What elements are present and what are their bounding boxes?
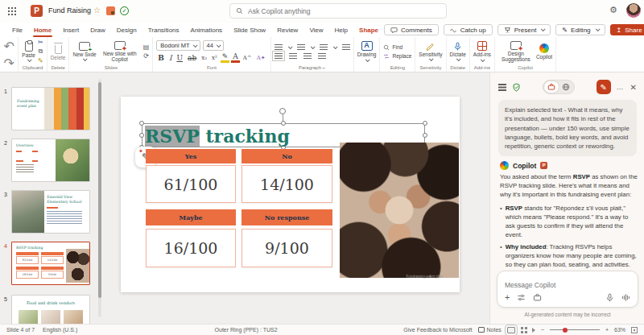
table-header-yes[interactable]: Yes (146, 149, 236, 163)
new-slide-dropdown-chevron-icon[interactable] (83, 57, 88, 62)
favorite-star-icon[interactable]: ☆ (93, 6, 101, 14)
slide-sorter-view-button[interactable] (521, 327, 523, 329)
close-panel-icon[interactable]: ✕ (630, 83, 637, 92)
feedback-link[interactable]: Give Feedback to Microsoft (403, 327, 472, 333)
options-sliders-icon[interactable] (517, 293, 526, 302)
addins-chevron-icon[interactable] (481, 57, 485, 62)
current-slide[interactable]: RSVP tracking ✦✎ Yes No 61/100 14/100 Ma… (121, 97, 460, 292)
user-avatar[interactable] (626, 3, 641, 18)
columns-button[interactable] (342, 44, 350, 50)
superscript-button[interactable]: x² (210, 55, 219, 61)
font-name-chevron-icon[interactable] (192, 43, 197, 48)
indent-button[interactable] (320, 44, 328, 50)
thumbnail-scrollbar-thumb[interactable] (98, 82, 101, 298)
align-left-button[interactable] (275, 53, 283, 59)
editing-mode-button[interactable]: ✎ Editing (555, 24, 605, 35)
replace-button[interactable]: Replace (383, 53, 411, 60)
bullets-chevron-icon[interactable] (288, 44, 293, 49)
line-spacing-chevron-icon[interactable] (333, 44, 338, 49)
align-center-button[interactable] (289, 53, 297, 59)
clear-formatting-button[interactable]: A✦ (255, 55, 267, 61)
format-painter-icon[interactable]: ✎ (38, 57, 43, 64)
present-button[interactable]: Present (497, 24, 551, 35)
sensitivity-label-icon[interactable] (106, 6, 115, 15)
sensitivity-chevron-icon[interactable] (429, 57, 434, 62)
slide-photo-children-huddle[interactable] (340, 143, 459, 278)
strikethrough-button[interactable]: ab (186, 54, 198, 62)
add-attachment-icon[interactable]: + (505, 293, 510, 302)
work-briefcase-icon[interactable] (533, 293, 542, 302)
align-right-button[interactable] (303, 53, 312, 59)
slideshow-view-button[interactable] (532, 328, 535, 333)
zoom-out-button[interactable]: − (541, 327, 544, 333)
more-options-icon[interactable]: … (617, 83, 625, 91)
slide-title[interactable]: RSVP tracking (145, 126, 290, 147)
rotate-handle[interactable] (279, 108, 286, 114)
font-size-combobox[interactable]: 44 (203, 40, 224, 51)
copy-icon[interactable]: ⧉ (38, 48, 43, 56)
share-button[interactable]: ↥ Share (610, 24, 644, 35)
menu-file[interactable]: File (6, 24, 28, 36)
menu-view[interactable]: View (303, 24, 328, 36)
sensitivity-button[interactable]: Sensitivity (419, 42, 442, 61)
new-slide-with-copilot-button[interactable]: New slide with Copilot (99, 41, 141, 62)
table-header-maybe[interactable]: Maybe (146, 209, 236, 225)
menu-design[interactable]: Design (111, 24, 142, 36)
undo-icon[interactable]: ↶ (3, 39, 14, 54)
table-value-yes[interactable]: 61/100 (146, 165, 236, 203)
selection-handle-mid-left[interactable] (139, 133, 144, 138)
menu-home[interactable]: Home (28, 24, 57, 36)
chat-history-icon[interactable] (498, 84, 506, 85)
powerpoint-logo-icon[interactable]: P (31, 5, 43, 17)
menu-draw[interactable]: Draw (85, 24, 111, 36)
numbering-button[interactable] (297, 44, 305, 50)
justify-button[interactable] (318, 53, 326, 59)
numbering-chevron-icon[interactable] (311, 44, 316, 49)
thumbnail-slide-1[interactable]: Fundraising event plan (11, 87, 90, 130)
redo-icon[interactable]: ↷ (3, 56, 14, 71)
design-suggestions-button[interactable]: Design Suggestions (498, 41, 534, 62)
app-launcher-icon[interactable] (8, 7, 10, 9)
paste-button[interactable]: Paste (22, 41, 35, 62)
comments-button[interactable]: Comments (384, 24, 439, 35)
voice-mode-waveform-icon[interactable] (621, 293, 630, 302)
delete-button[interactable]: Delete (51, 43, 66, 60)
selection-handle-mid-right[interactable] (423, 133, 427, 138)
new-chat-button[interactable]: ✎ (597, 80, 611, 94)
settings-gear-icon[interactable]: ⚙ (609, 5, 617, 15)
table-value-no-response[interactable]: 9/100 (242, 229, 332, 267)
dictate-chevron-icon[interactable] (456, 57, 461, 62)
work-web-toggle[interactable] (543, 80, 575, 94)
reset-slide-icon[interactable]: ⟳ (143, 52, 149, 60)
table-header-no-response[interactable]: No response (242, 209, 332, 225)
menu-transitions[interactable]: Transitions (142, 24, 185, 36)
menu-help[interactable]: Help (329, 24, 353, 36)
editing-dropdown-chevron-icon[interactable] (595, 27, 600, 31)
menu-shape-contextual[interactable]: Shape (353, 24, 384, 36)
slide-layout-icon[interactable]: ▤ (143, 43, 150, 51)
table-header-no[interactable]: No (242, 149, 332, 163)
voice-microphone-icon[interactable] (605, 293, 614, 302)
menu-insert[interactable]: Insert (57, 24, 85, 36)
character-spacing-button[interactable]: A^ (242, 55, 254, 61)
drawing-chevron-icon[interactable] (365, 57, 369, 62)
highlight-color-button[interactable]: ✎ (221, 52, 230, 63)
table-value-no[interactable]: 14/100 (242, 165, 332, 203)
thumbnail-slide-3[interactable]: Emerald View Elementary School (11, 190, 90, 234)
work-mode-segment[interactable] (544, 81, 559, 93)
paste-dropdown-chevron-icon[interactable] (27, 58, 32, 63)
font-name-combobox[interactable]: Bodoni MT (156, 40, 200, 51)
font-color-button[interactable]: A (231, 52, 240, 63)
new-slide-button[interactable]: New Slide (72, 42, 96, 61)
fit-to-window-button[interactable] (631, 327, 638, 333)
thumbnail-scrollbar[interactable] (98, 79, 101, 317)
saved-status-icon[interactable]: ✓ (120, 6, 129, 15)
search-input[interactable] (248, 7, 440, 15)
menu-slide-show[interactable]: Slide Show (228, 24, 271, 36)
present-dropdown-chevron-icon[interactable] (541, 27, 546, 31)
cut-scissors-icon[interactable]: ✂ (38, 39, 43, 46)
zoom-in-button[interactable]: + (605, 327, 609, 333)
italic-button[interactable]: I (167, 54, 174, 62)
dictate-button[interactable]: Dictate (450, 42, 466, 61)
thumbnail-slide-4-selected[interactable]: RSVP tracking 61/100 14/100 16/100 9/100 (11, 242, 90, 285)
